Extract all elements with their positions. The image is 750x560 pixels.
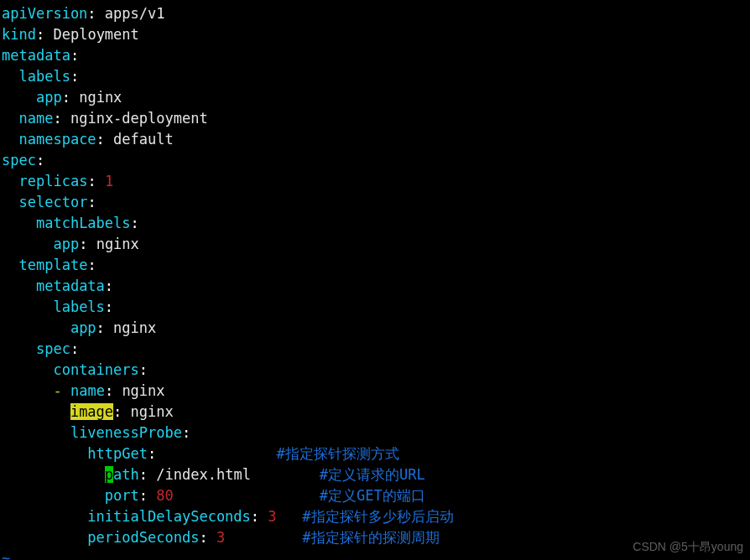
key-labels: labels bbox=[18, 68, 70, 85]
val-app: nginx bbox=[79, 89, 122, 106]
val-template-app: nginx bbox=[113, 319, 156, 336]
key-replicas: replicas bbox=[18, 173, 87, 189]
key-container-name: name bbox=[70, 382, 105, 399]
val-app-ml: nginx bbox=[96, 236, 139, 252]
key-app: app bbox=[36, 89, 62, 106]
key-template-labels: labels bbox=[53, 298, 104, 315]
cursor-highlight: p bbox=[105, 466, 113, 483]
key-initialDelaySeconds: initialDelaySeconds bbox=[87, 508, 250, 525]
key-path-rest: ath bbox=[113, 466, 139, 483]
val-name-deployment: nginx-deployment bbox=[70, 110, 208, 127]
key-template-metadata: metadata bbox=[36, 277, 105, 294]
key-apiVersion: apiVersion bbox=[2, 5, 87, 22]
key-httpGet: httpGet bbox=[87, 445, 148, 462]
key-metadata: metadata bbox=[2, 47, 70, 64]
key-template-app: app bbox=[70, 319, 96, 336]
val-initialDelaySeconds: 3 bbox=[268, 508, 276, 525]
val-container-name: nginx bbox=[122, 382, 164, 399]
val-replicas: 1 bbox=[105, 173, 113, 189]
yaml-code-block: apiVersion: apps/v1 kind: Deployment met… bbox=[0, 0, 750, 560]
comment-port: #定义GET的端口 bbox=[320, 487, 425, 504]
key-selector: selector bbox=[18, 194, 87, 210]
comment-path: #定义请求的URL bbox=[320, 466, 425, 483]
comment-periodSeconds: #指定探针的探测周期 bbox=[302, 529, 439, 546]
key-namespace: namespace bbox=[18, 131, 96, 148]
key-port: port bbox=[105, 487, 139, 504]
key-template-spec: spec bbox=[36, 340, 70, 357]
val-port: 80 bbox=[156, 487, 173, 504]
key-app-ml: app bbox=[53, 236, 79, 252]
key-spec: spec bbox=[2, 152, 36, 169]
key-periodSeconds: periodSeconds bbox=[87, 529, 199, 546]
comment-httpGet: #指定探针探测方式 bbox=[277, 445, 399, 462]
highlight-image-key: image bbox=[70, 403, 113, 420]
key-kind: kind bbox=[2, 26, 36, 43]
key-containers: containers bbox=[53, 361, 138, 378]
key-template: template bbox=[18, 257, 87, 273]
key-livenessProbe: livenessProbe bbox=[70, 424, 182, 441]
vim-tilde: ~ bbox=[2, 550, 10, 560]
val-path: /index.html bbox=[156, 466, 251, 483]
comment-initialDelaySeconds: #指定探针多少秒后启动 bbox=[302, 508, 453, 525]
val-namespace: default bbox=[113, 131, 174, 148]
key-name: name bbox=[18, 110, 53, 127]
list-dash: - bbox=[53, 382, 61, 399]
val-image: nginx bbox=[131, 403, 174, 420]
val-apiVersion: apps/v1 bbox=[105, 5, 165, 22]
val-kind: Deployment bbox=[53, 26, 138, 43]
key-matchLabels: matchLabels bbox=[36, 215, 131, 231]
val-periodSeconds: 3 bbox=[216, 529, 225, 546]
